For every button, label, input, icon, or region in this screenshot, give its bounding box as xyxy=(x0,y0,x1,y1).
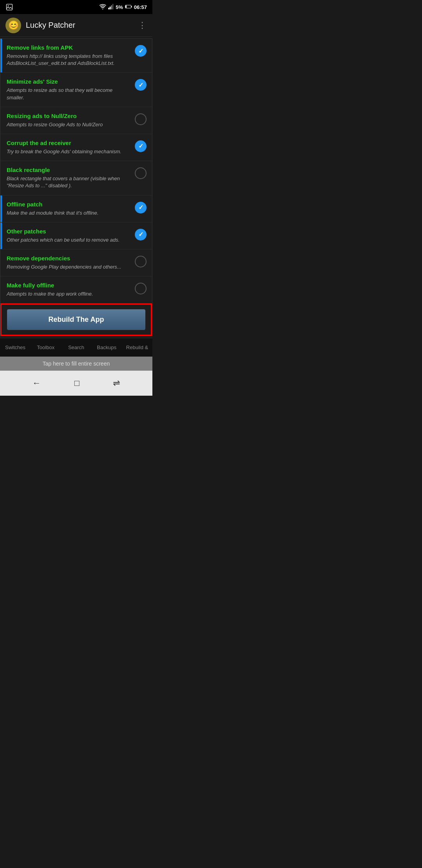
list-item-corrupt-receiver[interactable]: Corrupt the ad receiverTry to break the … xyxy=(0,134,152,161)
back-button[interactable]: ← xyxy=(32,378,41,388)
item-title-fully-offline: Make fully offline xyxy=(7,282,131,289)
list-item-black-rectangle[interactable]: Black rectangleBlack rectangle that cove… xyxy=(0,161,152,195)
item-title-other-patches: Other patches xyxy=(7,228,131,235)
accent-bar xyxy=(0,195,2,222)
item-title-corrupt-receiver: Corrupt the ad receiver xyxy=(7,140,131,146)
nav-item-switches[interactable]: Switches xyxy=(0,338,30,357)
status-left xyxy=(5,3,13,11)
checkbox-fully-offline[interactable] xyxy=(135,283,147,294)
item-title-offline-patch: Offline patch xyxy=(7,201,131,208)
list-item-resize-null[interactable]: Resizing ads to Null/ZeroAttempts to res… xyxy=(0,107,152,134)
list-item-minimize-ads[interactable]: Minimize ads' SizeAttempts to resize ads… xyxy=(0,73,152,107)
gallery-icon xyxy=(5,3,13,11)
signal-icon xyxy=(108,4,114,11)
svg-rect-6 xyxy=(112,4,113,9)
item-desc-remove-deps: Removing Google Play dependencies and ot… xyxy=(7,264,131,271)
list-item-remove-links[interactable]: Remove links from APKRemoves http:// lin… xyxy=(0,39,152,73)
checkbox-minimize-ads[interactable] xyxy=(135,79,147,91)
accent-bar xyxy=(0,39,2,72)
bottom-nav: SwitchesToolboxSearchBackupsRebuild & xyxy=(0,338,152,357)
options-panel: Remove links from APKRemoves http:// lin… xyxy=(0,38,152,336)
item-desc-remove-links: Removes http:// links using templates fr… xyxy=(7,53,131,67)
item-desc-resize-null: Attempts to resize Google Ads to Null/Ze… xyxy=(7,121,131,128)
nav-item-backups[interactable]: Backups xyxy=(91,338,122,357)
item-desc-offline-patch: Make the ad module think that it's offli… xyxy=(7,210,131,217)
svg-rect-3 xyxy=(108,7,109,9)
svg-rect-4 xyxy=(109,7,111,9)
app-title: Lucky Patcher xyxy=(26,21,138,30)
item-desc-corrupt-receiver: Try to break the Google Ads' obtaining m… xyxy=(7,148,131,155)
item-desc-other-patches: Other patches which can be useful to rem… xyxy=(7,237,131,244)
battery-percent: 5% xyxy=(116,4,123,10)
item-title-resize-null: Resizing ads to Null/Zero xyxy=(7,113,131,119)
home-button[interactable]: □ xyxy=(74,378,79,388)
checkbox-remove-deps[interactable] xyxy=(135,256,147,267)
list-item-fully-offline[interactable]: Make fully offlineAttempts to make the a… xyxy=(0,276,152,303)
checkbox-resize-null[interactable] xyxy=(135,113,147,125)
recents-button[interactable]: ⇌ xyxy=(113,378,120,388)
checkbox-other-patches[interactable] xyxy=(135,229,147,240)
time: 06:57 xyxy=(134,4,147,10)
svg-rect-5 xyxy=(111,5,112,9)
app-icon: 😊 xyxy=(5,18,21,33)
item-title-minimize-ads: Minimize ads' Size xyxy=(7,78,131,85)
checkbox-black-rectangle[interactable] xyxy=(135,167,147,179)
battery-icon xyxy=(125,4,132,10)
item-title-black-rectangle: Black rectangle xyxy=(7,167,131,173)
menu-button[interactable]: ⋮ xyxy=(138,20,147,30)
item-desc-black-rectangle: Black rectangle that covers a banner (vi… xyxy=(7,175,131,189)
nav-item-rebuild[interactable]: Rebuild & xyxy=(122,338,152,357)
svg-rect-8 xyxy=(131,6,132,7)
svg-point-1 xyxy=(8,5,9,6)
svg-point-2 xyxy=(102,8,103,9)
rebuild-app-button[interactable]: Rebuild The App xyxy=(7,309,145,330)
item-desc-minimize-ads: Attempts to resize ads so that they will… xyxy=(7,87,131,101)
item-title-remove-links: Remove links from APK xyxy=(7,44,131,51)
svg-rect-9 xyxy=(125,5,127,7)
system-nav: ← □ ⇌ xyxy=(0,371,152,396)
item-title-remove-deps: Remove dependencies xyxy=(7,255,131,262)
checkbox-offline-patch[interactable] xyxy=(135,202,147,213)
status-bar: 5% 06:57 xyxy=(0,0,152,14)
list-item-offline-patch[interactable]: Offline patchMake the ad module think th… xyxy=(0,195,152,222)
svg-rect-0 xyxy=(7,4,13,10)
checkbox-corrupt-receiver[interactable] xyxy=(135,140,147,152)
list-item-remove-deps[interactable]: Remove dependenciesRemoving Google Play … xyxy=(0,249,152,276)
nav-item-search[interactable]: Search xyxy=(61,338,91,357)
accent-bar xyxy=(0,222,2,249)
item-desc-fully-offline: Attempts to make the app work offline. xyxy=(7,291,131,298)
nav-item-toolbox[interactable]: Toolbox xyxy=(30,338,61,357)
fill-screen-bar[interactable]: Tap here to fill entire screen xyxy=(0,357,152,371)
rebuild-button-wrapper: Rebuild The App xyxy=(0,303,152,336)
app-bar: 😊 Lucky Patcher ⋮ xyxy=(0,14,152,37)
wifi-icon xyxy=(99,4,106,11)
status-right: 5% 06:57 xyxy=(99,4,147,11)
list-item-other-patches[interactable]: Other patchesOther patches which can be … xyxy=(0,222,152,249)
checkbox-remove-links[interactable] xyxy=(135,45,147,57)
